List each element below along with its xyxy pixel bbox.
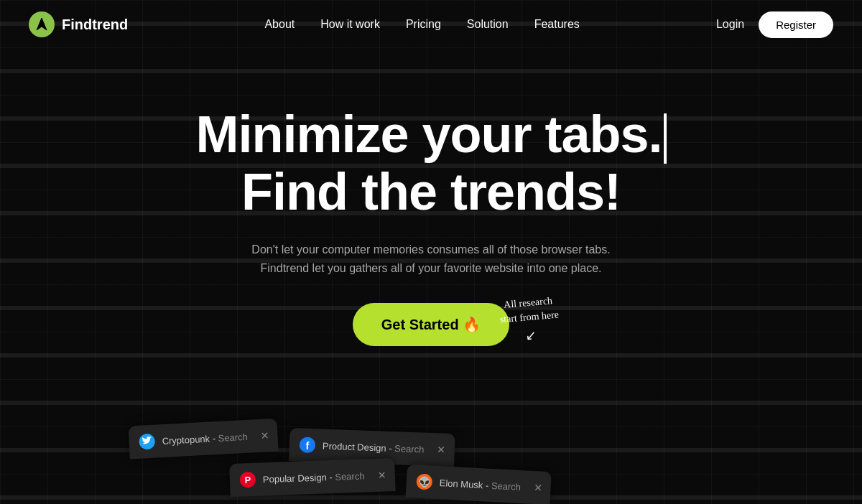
pinterest-tab-label: Popular Design - Search <box>263 470 365 485</box>
navbar: Findtrend About How it work Pricing Solu… <box>0 0 862 49</box>
reddit-elon-musk-tab[interactable]: 👽 Elon Musk - Search ✕ <box>405 465 552 504</box>
logo[interactable]: Findtrend <box>29 11 128 37</box>
annotation-arrow: ↙ <box>501 325 561 347</box>
facebook-tab-label: Product Design - Search <box>323 440 425 454</box>
reddit-tab-close[interactable]: ✕ <box>533 482 542 494</box>
facebook-favicon: f <box>300 437 316 453</box>
hero-subtitle-line2: Findtrend let you gathers all of your fa… <box>261 262 602 274</box>
pinterest-tab-close[interactable]: ✕ <box>377 469 386 480</box>
nav-pricing[interactable]: Pricing <box>406 18 441 30</box>
hero-title-line1: Minimize your tabs. <box>195 106 666 163</box>
hero-section: Minimize your tabs. Find the trends! Don… <box>0 49 862 346</box>
twitter-tab-close[interactable]: ✕ <box>260 429 269 442</box>
hero-subtitle-line1: Don't let your computer memories consume… <box>251 243 610 256</box>
logo-icon <box>29 11 55 37</box>
nav-solution[interactable]: Solution <box>467 18 509 30</box>
svg-marker-0 <box>37 18 47 30</box>
hero-title-line2: Find the trends! <box>241 163 621 220</box>
nav-about[interactable]: About <box>264 18 295 30</box>
hero-title: Minimize your tabs. Find the trends! <box>0 106 862 220</box>
nav-right: Login Register <box>716 11 833 38</box>
nav-features[interactable]: Features <box>534 18 580 30</box>
reddit-tab-label: Elon Musk - Search <box>439 477 521 493</box>
reddit-favicon: 👽 <box>416 473 432 490</box>
tab-row-1: Cryptopunk - Search ✕ f Product Design -… <box>129 428 455 461</box>
get-started-button[interactable]: Get Started 🔥 <box>353 303 509 346</box>
pinterest-favicon: P <box>240 472 256 488</box>
nav-how-it-work[interactable]: How it work <box>320 18 380 30</box>
login-button[interactable]: Login <box>716 18 744 31</box>
logo-text: Findtrend <box>62 17 128 33</box>
pinterest-popular-design-tab[interactable]: P Popular Design - Search ✕ <box>229 458 395 497</box>
browser-tabs-container: Cryptopunk - Search ✕ f Product Design -… <box>0 403 862 504</box>
twitter-cryptopunk-tab[interactable]: Cryptopunk - Search ✕ <box>129 419 279 459</box>
hero-cta-row: Get Started 🔥 All researchstart from her… <box>0 303 862 346</box>
register-button[interactable]: Register <box>759 11 833 38</box>
twitter-favicon <box>139 434 155 450</box>
facebook-tab-close[interactable]: ✕ <box>437 444 446 455</box>
tab-row-2: P Popular Design - Search ✕ 👽 Elon Musk … <box>230 464 551 497</box>
twitter-tab-label: Cryptopunk - Search <box>162 431 248 446</box>
hero-subtitle: Don't let your computer memories consume… <box>0 241 862 277</box>
hero-annotation: All researchstart from here ↙ <box>498 294 561 347</box>
nav-links: About How it work Pricing Solution Featu… <box>264 18 579 31</box>
